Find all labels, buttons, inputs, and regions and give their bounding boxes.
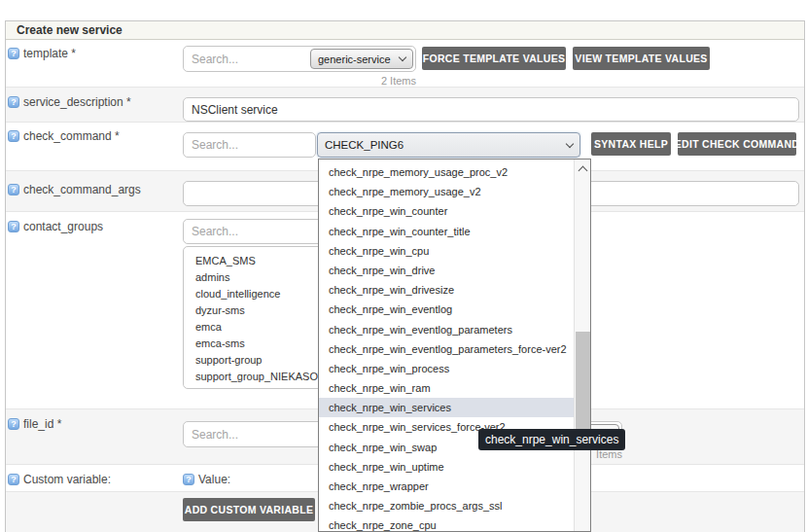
dropdown-option[interactable]: check_nrpe_win_eventlog_parameters_force… [319, 339, 574, 359]
dropdown-option[interactable]: check_nrpe_win_services [319, 398, 574, 417]
file-id-search-input[interactable] [184, 422, 308, 446]
check-command-search-wrap [183, 132, 316, 158]
dropdown-option[interactable]: check_nrpe_win_counter [319, 201, 574, 221]
check-command-select-value: CHECK_PING6 [325, 139, 404, 151]
help-icon[interactable]: ? [8, 184, 19, 195]
syntax-help-button[interactable]: SYNTAX HELP [591, 132, 671, 156]
view-template-values-button[interactable]: VIEW TEMPLATE VALUES [573, 47, 710, 70]
label-template: template * [23, 48, 76, 60]
help-icon[interactable]: ? [8, 221, 19, 232]
dropdown-option[interactable]: check_nrpe_win_drivesize [319, 280, 574, 300]
dropdown-option[interactable]: check_nrpe_zombie_procs_args_ssl [319, 496, 574, 515]
help-icon[interactable]: ? [8, 418, 19, 430]
help-icon[interactable]: ? [8, 96, 19, 108]
service-description-input[interactable] [184, 98, 798, 121]
dropdown-option[interactable]: check_nrpe_win_drive [319, 261, 574, 280]
panel-header: Create new service [6, 21, 804, 40]
chevron-down-icon [399, 53, 406, 61]
label-service-description: service_description * [23, 96, 131, 109]
dropdown-option[interactable]: check_nrpe_win_process [319, 359, 574, 378]
dropdown-option[interactable]: check_nrpe_win_ram [319, 378, 574, 398]
chevron-down-icon [566, 139, 574, 147]
dropdown-option[interactable]: check_nrpe_win_counter_title [319, 222, 574, 241]
dropdown-option[interactable]: check_nrpe_wrapper [319, 477, 574, 496]
force-template-values-button[interactable]: FORCE TEMPLATE VALUES [422, 47, 566, 70]
template-select[interactable]: generic-service [310, 49, 413, 69]
dropdown-option[interactable]: check_nrpe_win_cpu [319, 241, 574, 261]
scrollbar-up-arrow-icon[interactable] [575, 160, 591, 177]
help-icon[interactable]: ? [8, 130, 19, 142]
help-icon[interactable]: ? [8, 474, 19, 485]
check-command-dropdown: check_nrpe_memory_usage_proc_v2check_nrp… [318, 159, 591, 532]
template-items-count: 2 Items [183, 75, 416, 87]
edit-check-command-button[interactable]: EDIT CHECK COMMAND [678, 132, 796, 156]
label-check-command-args: check_command_args [23, 184, 141, 196]
label-check-command: check_command * [23, 130, 120, 143]
template-select-value: generic-service [318, 53, 391, 65]
help-icon[interactable]: ? [183, 474, 194, 485]
help-icon[interactable]: ? [8, 48, 19, 59]
label-file-id: file_id * [23, 418, 61, 431]
check-command-search-input[interactable] [184, 133, 315, 157]
dropdown-option[interactable]: check_nrpe_win_uptime [319, 457, 574, 477]
template-search-combo: generic-service [183, 46, 416, 72]
dropdown-option[interactable]: check_nrpe_memory_usage_proc_v2 [319, 162, 574, 182]
service-description-field-wrap [183, 97, 799, 122]
template-search-input[interactable] [184, 47, 308, 71]
label-contact-groups: contact_groups [23, 221, 103, 233]
check-command-select[interactable]: CHECK_PING6 [317, 132, 580, 158]
add-custom-variable-button[interactable]: ADD CUSTOM VARIABLE [183, 498, 315, 521]
check-command-dropdown-list: check_nrpe_memory_usage_proc_v2check_nrp… [319, 160, 574, 531]
dropdown-option[interactable]: check_nrpe_memory_usage_v2 [319, 182, 574, 201]
page-title: Create new service [17, 23, 123, 37]
scrollbar-thumb[interactable] [576, 332, 590, 436]
dropdown-option[interactable]: check_nrpe_win_eventlog [319, 300, 574, 319]
dropdown-option[interactable]: check_nrpe_zone_cpu [319, 515, 574, 531]
dropdown-scrollbar[interactable] [574, 160, 590, 531]
dropdown-option[interactable]: check_nrpe_win_eventlog_parameters [319, 320, 574, 339]
label-custom-variable: Custom variable: [23, 474, 111, 486]
option-tooltip: check_nrpe_win_services [478, 429, 625, 450]
label-custom-variable-value: Value: [198, 474, 230, 486]
